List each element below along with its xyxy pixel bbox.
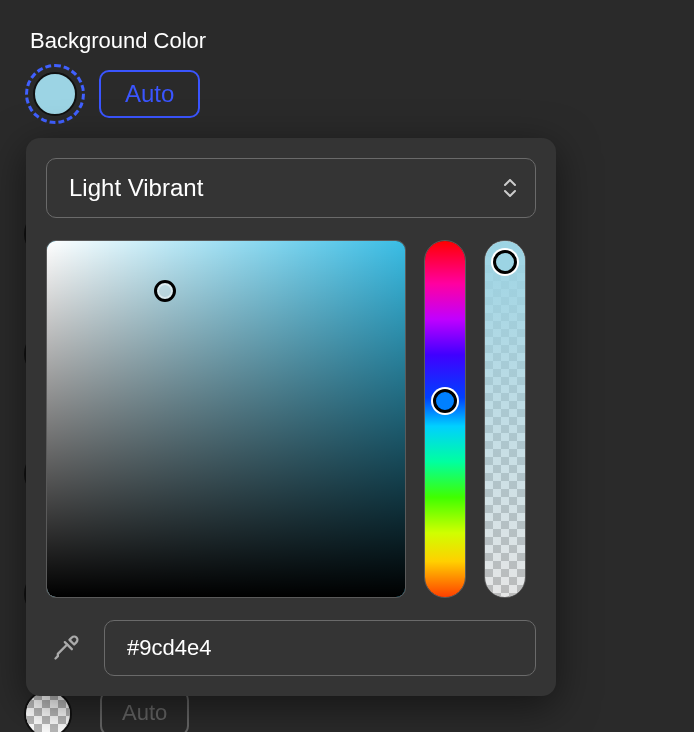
sv-cursor[interactable] bbox=[154, 280, 176, 302]
alpha-cursor[interactable] bbox=[493, 250, 517, 274]
swatch-row: Auto bbox=[25, 64, 694, 124]
sv-black-layer bbox=[47, 241, 405, 597]
alpha-gradient bbox=[485, 241, 525, 597]
saturation-value-plane[interactable] bbox=[46, 240, 406, 598]
eyedropper-button[interactable] bbox=[46, 628, 86, 668]
preset-selected-label: Light Vibrant bbox=[69, 174, 203, 202]
hue-slider[interactable] bbox=[424, 240, 466, 598]
hex-input[interactable] bbox=[104, 620, 536, 676]
alpha-slider[interactable] bbox=[484, 240, 526, 598]
hue-gradient bbox=[425, 241, 465, 597]
hue-cursor[interactable] bbox=[433, 389, 457, 413]
auto-button[interactable]: Auto bbox=[99, 70, 200, 118]
ghost-auto-button: Auto bbox=[100, 690, 189, 732]
color-swatch-selected[interactable] bbox=[25, 64, 85, 124]
section-title: Background Color bbox=[30, 28, 694, 54]
eyedropper-icon bbox=[52, 634, 80, 662]
preset-select[interactable]: Light Vibrant bbox=[46, 158, 536, 218]
chevron-updown-icon bbox=[503, 179, 517, 197]
ghost-swatch-transparent bbox=[24, 690, 72, 732]
color-picker-popover: Light Vibrant bbox=[26, 138, 556, 696]
swatch-fill bbox=[33, 72, 77, 116]
